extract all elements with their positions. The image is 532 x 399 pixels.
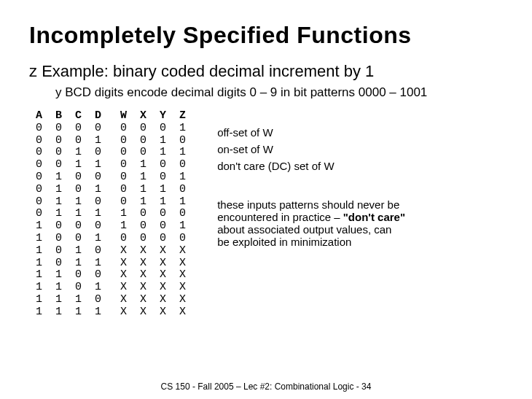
col-header-d: D: [88, 110, 108, 123]
col-header-y: Y: [153, 110, 173, 123]
table-row: 00110100: [29, 159, 192, 171]
on-set-label: on-set of W: [217, 143, 407, 155]
table-row: 00000001: [29, 123, 192, 135]
table-row: 1101XXXX: [29, 282, 192, 294]
bullet-text-1: Example: binary coded decimal increment …: [42, 62, 374, 80]
col-header-x: X: [133, 110, 153, 123]
table-row: 10001001: [29, 220, 192, 233]
bullet-level-1: z Example: binary coded decimal incremen…: [29, 62, 503, 81]
table-row: 1110XXXX: [29, 294, 192, 306]
col-header-w: W: [114, 110, 133, 123]
col-header-b: B: [49, 110, 69, 123]
table-row: 00100011: [29, 147, 192, 159]
bullet-mark-2: y: [55, 85, 62, 99]
note-post: about associated output values, can be e…: [217, 223, 391, 248]
col-header-c: C: [69, 110, 88, 123]
slide-title: Incompletely Specified Functions: [29, 22, 503, 49]
table-row: 1100XXXX: [29, 269, 192, 282]
table-row: 10010000: [29, 233, 192, 245]
dc-set-label: don't care (DC) set of W: [217, 160, 407, 172]
off-set-label: off-set of W: [217, 126, 407, 139]
bullet-level-2: y BCD digits encode decimal digits 0 – 9…: [55, 85, 503, 100]
table-row: 01010110: [29, 184, 192, 196]
col-header-z: Z: [173, 110, 192, 123]
col-gap: [108, 110, 114, 123]
table-row: 1011XXXX: [29, 257, 192, 270]
bullet-text-2: BCD digits encode decimal digits 0 – 9 i…: [65, 85, 427, 99]
bullet-mark-1: z: [29, 62, 37, 80]
annotation-block: off-set of W on-set of W don't care (DC)…: [217, 122, 407, 248]
table-row: 1111XXXX: [29, 306, 192, 319]
table-row: 01000101: [29, 171, 192, 184]
note-bold: "don't care": [343, 211, 405, 223]
col-header-a: A: [29, 110, 49, 123]
table-row: 01100111: [29, 196, 192, 209]
table-row: 1010XXXX: [29, 245, 192, 257]
truth-table: ABCDWXYZ 0000000100010010001000110011010…: [29, 110, 192, 319]
slide-footer: CS 150 - Fall 2005 – Lec #2: Combination…: [0, 381, 532, 392]
table-row: 00010010: [29, 135, 192, 147]
dont-care-note: these inputs patterns should never be en…: [217, 198, 407, 248]
table-row: 01111000: [29, 208, 192, 220]
